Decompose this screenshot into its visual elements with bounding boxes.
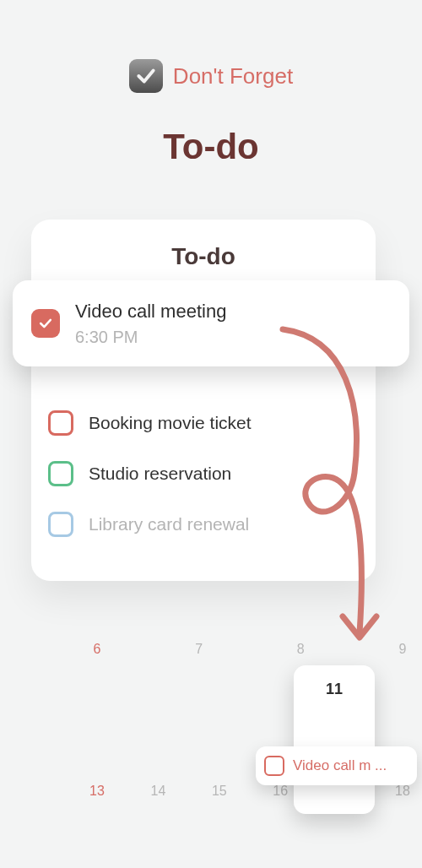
checkbox-icon[interactable] (48, 512, 73, 537)
todo-item-time: 6:30 PM (75, 328, 226, 347)
todo-item[interactable]: Booking movie ticket (48, 399, 359, 448)
todo-item-label: Library card renewal (89, 514, 249, 534)
todo-item-label: Studio reservation (89, 464, 231, 484)
calendar-day[interactable]: 7 (174, 642, 225, 657)
todo-item-label: Booking movie ticket (89, 413, 252, 433)
app-icon (129, 59, 163, 93)
todo-item-label: Video call meeting (75, 301, 226, 323)
todo-card: To-do Booking movie ticket Studio reserv… (31, 220, 376, 581)
calendar-day-number: 11 (294, 681, 375, 698)
app-name: Don't Forget (173, 63, 293, 90)
calendar-day[interactable]: 13 (72, 784, 122, 799)
checkbox-icon[interactable] (48, 461, 73, 486)
header: Don't Forget (0, 59, 422, 93)
calendar-row: 6789 (72, 642, 422, 657)
calendar-day-highlighted[interactable]: 11 (294, 665, 375, 814)
calendar-day[interactable]: 6 (72, 642, 122, 657)
check-icon (135, 65, 157, 87)
calendar-day[interactable]: 14 (133, 784, 183, 799)
calendar-event-label: Video call m ... (293, 757, 387, 774)
calendar-event-chip[interactable]: Video call m ... (256, 746, 417, 785)
page-title: To-do (0, 127, 422, 167)
todo-item[interactable]: Library card renewal (48, 500, 359, 549)
checkbox-icon (264, 756, 284, 776)
calendar-day[interactable]: 8 (275, 642, 326, 657)
checkbox-icon[interactable] (48, 410, 73, 436)
todo-item-highlighted[interactable]: Video call meeting 6:30 PM (13, 280, 409, 366)
todo-list: Booking movie ticket Studio reservation … (48, 399, 359, 549)
todo-item[interactable]: Studio reservation (48, 449, 359, 498)
todo-card-title: To-do (31, 243, 376, 270)
calendar-day[interactable]: 15 (194, 784, 245, 799)
calendar-day[interactable]: 18 (377, 784, 422, 799)
calendar-day[interactable]: 9 (377, 642, 422, 657)
checkbox-checked-icon[interactable] (31, 309, 60, 338)
